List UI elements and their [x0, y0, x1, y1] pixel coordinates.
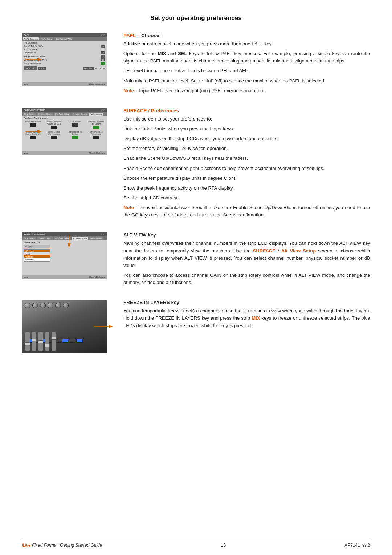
surface-p9: Set the strip LCD contrast. — [123, 194, 370, 202]
surface-p5: Enable the Scene Up/Down/GO recall keys … — [123, 155, 370, 162]
pafl-heading: PAFL – Choose: — [123, 33, 370, 38]
pafl-left: PAFL □ □ PAFL Settings PAFL Setup Set Ta… — [22, 33, 116, 86]
freeze-section: FREEZE IN LAYERS key You can temporarily… — [22, 300, 370, 353]
page-footer: iLive Fixed Format Getting Started Guide… — [22, 540, 370, 548]
content-area: PAFL □ □ PAFL Settings PAFL Setup Set Ta… — [22, 33, 370, 353]
surface-titlebar: SURFACE SETUP □ □ — [22, 108, 107, 112]
surface-p7: Choose the temperature display units in … — [123, 175, 370, 182]
surface-footer: Main Next 1/No Name — [22, 151, 107, 155]
page: Set your operating preferences PAFL — [0, 0, 392, 555]
pafl-p4: Main mix to PAFL monitor level. Set to ‘… — [123, 77, 370, 85]
surface-left: SURFACE SETUP □ □ Strip Setup SoftKey Se… — [22, 108, 116, 155]
altview-footer: Main Next 1/No Name — [22, 275, 107, 279]
pafl-footer: Main Next 1/No Name — [22, 82, 107, 86]
altview-p1: Naming channels overwrites their channel… — [123, 240, 370, 269]
surface-p2: Link the fader Banks when you press the … — [123, 125, 370, 133]
surface-screenshot: SURFACE SETUP □ □ Strip Setup SoftKey Se… — [22, 108, 107, 155]
pafl-titlebar: PAFL □ □ — [22, 33, 107, 37]
pafl-tabs: PAFL Settings PAFL Setup Set Talk to PAF… — [22, 37, 107, 41]
altview-p2: You can also choose to access channel GA… — [123, 272, 370, 286]
altview-heading: ALT VIEW key — [123, 232, 370, 238]
surface-p8: Show the peak frequency activity on the … — [123, 185, 370, 192]
altview-left: SURFACE SETUP □ □ Strip Setup SoftKey Se… — [22, 232, 116, 279]
altview-right: ALT VIEW key Naming channels overwrites … — [123, 232, 370, 289]
surface-body: Surface Preferences Link Fader Banks Dis… — [22, 116, 107, 151]
freeze-left — [22, 300, 116, 353]
pafl-section: PAFL □ □ PAFL Settings PAFL Setup Set Ta… — [22, 33, 370, 97]
page-title: Set your operating preferences — [22, 15, 370, 22]
surface-heading: SURFACE / Preferences — [123, 108, 370, 113]
pafl-p3: PFL level trim balance relative levels b… — [123, 67, 370, 74]
altview-body: Channel LCD Alt View dIP Input Input Alt… — [22, 240, 107, 275]
footer-page-number: 13 — [221, 542, 226, 548]
surface-p6: Enable Scene edit confirmation popup scr… — [123, 165, 370, 172]
altview-titlebar: SURFACE SETUP □ □ — [22, 232, 107, 236]
surface-section: SURFACE SETUP □ □ Strip Setup SoftKey Se… — [22, 108, 370, 222]
pafl-body: PAFL Settings Set LP Talk To PAFL■ Addit… — [22, 41, 107, 82]
pafl-p2: Options for the MIX and SEL keys to foll… — [123, 50, 370, 65]
surface-p10: Note - To avoid accidental scene recall … — [123, 204, 370, 219]
surface-right: SURFACE / Preferences Use this screen to… — [123, 108, 370, 222]
freeze-photo — [22, 300, 107, 353]
footer-doc-ref: AP7141 iss.2 — [344, 543, 370, 548]
altview-tabs: Strip Setup SoftKey Setup PL-Anet Setup … — [22, 236, 107, 240]
freeze-right: FREEZE IN LAYERS key You can temporarily… — [123, 300, 370, 332]
pafl-p5: Note – Input PAFL overrides Output (mix)… — [123, 87, 370, 94]
surface-p1: Use this screen to set your preferences … — [123, 116, 370, 123]
freeze-heading: FREEZE IN LAYERS key — [123, 300, 370, 305]
altview-screenshot: SURFACE SETUP □ □ Strip Setup SoftKey Se… — [22, 232, 107, 279]
pafl-right: PAFL – Choose: Additive or auto cancel m… — [123, 33, 370, 97]
freeze-p1: You can temporarily ‘freeze’ (lock) a ch… — [123, 307, 370, 329]
pafl-screenshot: PAFL □ □ PAFL Settings PAFL Setup Set Ta… — [22, 33, 107, 86]
surface-p4: Set momentary or latching TALK switch op… — [123, 145, 370, 152]
surface-p3: Display dB values on the strip LCDs when… — [123, 135, 370, 142]
surface-tabs: Strip Setup SoftKey Setup PL-Anet Setup … — [22, 112, 107, 116]
pafl-p1: Additive or auto cancel mode when you pr… — [123, 40, 370, 48]
footer-brand: iLive Fixed Format Getting Started Guide — [22, 543, 102, 548]
altview-section: SURFACE SETUP □ □ Strip Setup SoftKey Se… — [22, 232, 370, 289]
